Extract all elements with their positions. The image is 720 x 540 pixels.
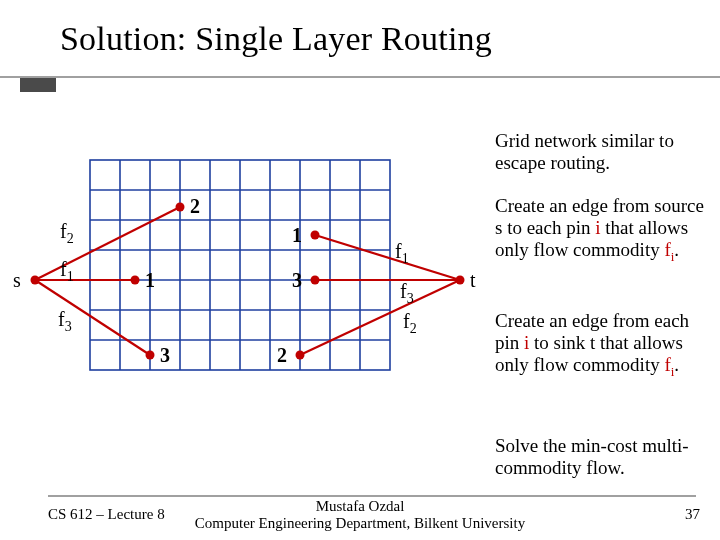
pin-label-r2: 2 (277, 344, 287, 367)
pin-label-r1: 1 (292, 224, 302, 247)
slide-title: Solution: Single Layer Routing (60, 20, 690, 58)
caption-sink: Create an edge from each pin i to sink t… (495, 310, 709, 379)
label-f1-left-f: f (60, 258, 67, 280)
slide-number: 37 (685, 506, 700, 523)
label-s: s (13, 269, 21, 292)
label-f2-right-sub: 2 (410, 321, 417, 336)
footer-affiliation: Computer Engineering Department, Bilkent… (0, 515, 720, 532)
pin-label-l3: 3 (160, 344, 170, 367)
label-f1-left-sub: 1 (67, 269, 74, 284)
label-t: t (470, 269, 476, 292)
routing-figure: s t f2 f1 f3 f1 f3 f2 2 1 3 1 3 2 (10, 150, 490, 430)
caption-source: Create an edge from source s to each pin… (495, 195, 709, 264)
label-f3-left-f: f (58, 308, 65, 330)
svg-line-16 (35, 207, 180, 280)
pin-label-r3: 3 (292, 269, 302, 292)
label-f1-right: f1 (395, 240, 409, 267)
caption-solve: Solve the min-cost multi-commodity flow. (495, 435, 709, 479)
title-area: Solution: Single Layer Routing (60, 20, 690, 58)
routing-svg (10, 150, 490, 430)
pin-label-l1: 1 (145, 269, 155, 292)
caption-grid: Grid network similar to escape routing. (495, 130, 705, 174)
label-f2-left: f2 (60, 220, 74, 247)
label-f2-left-sub: 2 (67, 231, 74, 246)
footer-author: Mustafa Ozdal (0, 498, 720, 515)
label-f3-right: f3 (400, 280, 414, 307)
svg-line-19 (315, 235, 460, 280)
label-f1-left: f1 (60, 258, 74, 285)
footer-divider (48, 495, 696, 497)
footer-center: Mustafa Ozdal Computer Engineering Depar… (0, 498, 720, 533)
label-f3-left: f3 (58, 308, 72, 335)
title-accent (20, 78, 56, 92)
label-f2-left-f: f (60, 220, 67, 242)
label-f3-right-sub: 3 (407, 291, 414, 306)
svg-line-18 (35, 280, 150, 355)
label-f2-right: f2 (403, 310, 417, 337)
slide: Solution: Single Layer Routing Grid netw… (0, 0, 720, 540)
pin-label-l2: 2 (190, 195, 200, 218)
label-f3-left-sub: 3 (65, 319, 72, 334)
caption-source-text-e: . (674, 239, 679, 260)
label-f1-right-sub: 1 (402, 251, 409, 266)
title-divider (0, 76, 720, 78)
label-f3-right-f: f (400, 280, 407, 302)
caption-sink-text-e: . (674, 354, 679, 375)
svg-line-21 (300, 280, 460, 355)
label-f1-right-f: f (395, 240, 402, 262)
label-f2-right-f: f (403, 310, 410, 332)
